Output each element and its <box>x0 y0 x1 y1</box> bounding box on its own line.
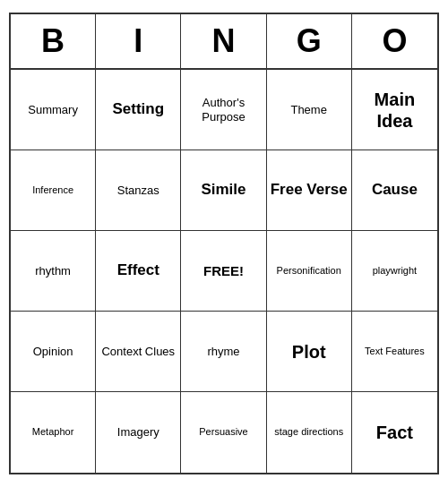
bingo-cell-20: Metaphor <box>11 392 96 473</box>
bingo-cell-24: Fact <box>352 392 437 473</box>
bingo-grid: SummarySettingAuthor's PurposeThemeMain … <box>11 70 437 473</box>
bingo-cell-9: Cause <box>352 150 437 231</box>
header-letter-N: N <box>181 14 266 68</box>
bingo-cell-11: Effect <box>96 231 181 312</box>
header-letter-G: G <box>267 14 352 68</box>
bingo-cell-6: Stanzas <box>96 150 181 231</box>
bingo-cell-4: Main Idea <box>352 70 437 150</box>
bingo-cell-14: playwright <box>352 231 437 312</box>
bingo-cell-7: Simile <box>181 150 266 231</box>
bingo-cell-17: rhyme <box>181 312 266 392</box>
bingo-cell-3: Theme <box>267 70 352 150</box>
header-letter-B: B <box>11 14 96 68</box>
bingo-cell-10: rhythm <box>11 231 96 312</box>
bingo-cell-19: Text Features <box>352 312 437 392</box>
bingo-cell-1: Setting <box>96 70 181 150</box>
bingo-cell-15: Opinion <box>11 312 96 392</box>
bingo-header: BINGO <box>11 14 437 70</box>
bingo-cell-16: Context Clues <box>96 312 181 392</box>
bingo-cell-12: FREE! <box>181 231 266 312</box>
bingo-card: BINGO SummarySettingAuthor's PurposeThem… <box>9 13 439 474</box>
header-letter-O: O <box>352 14 437 68</box>
bingo-cell-18: Plot <box>267 312 352 392</box>
bingo-cell-22: Persuasive <box>181 392 266 473</box>
bingo-cell-23: stage directions <box>267 392 352 473</box>
bingo-cell-8: Free Verse <box>267 150 352 231</box>
bingo-cell-2: Author's Purpose <box>181 70 266 150</box>
bingo-cell-21: Imagery <box>96 392 181 473</box>
bingo-cell-5: Inference <box>11 150 96 231</box>
bingo-cell-13: Personification <box>267 231 352 312</box>
header-letter-I: I <box>96 14 181 68</box>
bingo-cell-0: Summary <box>11 70 96 150</box>
